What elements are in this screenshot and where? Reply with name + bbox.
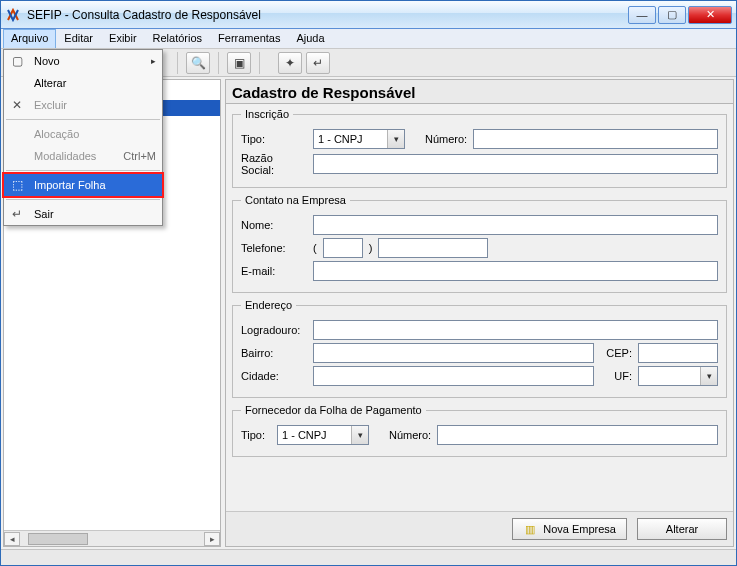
fieldset-contato: Contato na Empresa Nome: Telefone: ( ) E… (232, 194, 727, 293)
label-cep: CEP: (600, 347, 632, 359)
maximize-button[interactable]: ▢ (658, 6, 686, 24)
label-numero: Número: (425, 133, 467, 145)
app-icon (5, 7, 21, 23)
legend-contato: Contato na Empresa (241, 194, 350, 206)
form-title: Cadastro de Responsável (226, 80, 733, 104)
input-email[interactable] (313, 261, 718, 281)
menuitem-alocacao: Alocação (4, 123, 162, 145)
fieldset-inscricao: Inscrição Tipo: 1 - CNPJ ▾ Número: Razão… (232, 108, 727, 188)
legend-endereco: Endereço (241, 299, 296, 311)
menuitem-sair[interactable]: ↵ Sair (4, 203, 162, 225)
alterar-button[interactable]: Alterar (637, 518, 727, 540)
input-cep[interactable] (638, 343, 718, 363)
combo-uf[interactable]: ▾ (638, 366, 718, 386)
label-bairro: Bairro: (241, 347, 307, 359)
window-title: SEFIP - Consulta Cadastro de Responsável (27, 8, 628, 22)
statusbar (1, 549, 736, 565)
label-uf: UF: (600, 370, 632, 382)
label-numero-fornecedor: Número: (389, 429, 431, 441)
toolbar-separator (177, 52, 178, 74)
menu-separator (6, 119, 160, 120)
toolbar-exit-button[interactable]: ↵ (306, 52, 330, 74)
input-logradouro[interactable] (313, 320, 718, 340)
menu-exibir[interactable]: Exibir (101, 29, 145, 48)
menu-separator (6, 170, 160, 171)
scroll-track[interactable] (20, 532, 204, 546)
titlebar: SEFIP - Consulta Cadastro de Responsável… (1, 1, 736, 29)
input-numero-inscricao[interactable] (473, 129, 718, 149)
toolbar-separator (218, 52, 219, 74)
fieldset-fornecedor: Fornecedor da Folha de Pagamento Tipo: 1… (232, 404, 727, 457)
menu-ajuda[interactable]: Ajuda (288, 29, 332, 48)
input-razao-social[interactable] (313, 154, 718, 174)
label-telefone: Telefone: (241, 242, 307, 254)
exit-toolbar-icon: ↵ (313, 56, 323, 70)
input-bairro[interactable] (313, 343, 594, 363)
right-panel: Cadastro de Responsável Inscrição Tipo: … (225, 79, 734, 547)
building-icon: ▥ (523, 522, 537, 536)
chevron-down-icon: ▾ (351, 426, 368, 444)
label-cidade: Cidade: (241, 370, 307, 382)
input-nome[interactable] (313, 215, 718, 235)
menuitem-alterar[interactable]: Alterar (4, 72, 162, 94)
submenu-arrow-icon: ▸ (151, 56, 156, 66)
scroll-right-button[interactable]: ▸ (204, 532, 220, 546)
import-icon: ⬚ (8, 176, 26, 194)
chevron-down-icon: ▾ (387, 130, 404, 148)
menuitem-modalidades: Modalidades Ctrl+M (4, 145, 162, 167)
menu-relatorios[interactable]: Relatórios (145, 29, 211, 48)
new-icon: ▢ (8, 52, 26, 70)
toolbar-separator (259, 52, 260, 74)
label-razao-social: Razão Social: (241, 152, 307, 176)
menu-separator (6, 199, 160, 200)
label-tipo-fornecedor: Tipo: (241, 429, 271, 441)
input-numero-fornecedor[interactable] (437, 425, 718, 445)
fieldset-endereco: Endereço Logradouro: Bairro: CEP: Cidade… (232, 299, 727, 398)
footer-buttons: ▥ Nova Empresa Alterar (226, 511, 733, 546)
menu-ferramentas[interactable]: Ferramentas (210, 29, 288, 48)
app-window: SEFIP - Consulta Cadastro de Responsável… (0, 0, 737, 566)
dropdown-arquivo: ▢ Novo ▸ Alterar ✕ Excluir Alocação Moda… (3, 49, 163, 226)
input-cidade[interactable] (313, 366, 594, 386)
toolbar-cube-button[interactable]: ▣ (227, 52, 251, 74)
toolbar-binoculars-button[interactable]: 🔍 (186, 52, 210, 74)
menubar: Arquivo Editar Exibir Relatórios Ferrame… (1, 29, 736, 49)
scroll-left-button[interactable]: ◂ (4, 532, 20, 546)
label-nome: Nome: (241, 219, 307, 231)
form-body: Inscrição Tipo: 1 - CNPJ ▾ Número: Razão… (226, 104, 733, 511)
menuitem-novo[interactable]: ▢ Novo ▸ (4, 50, 162, 72)
menuitem-excluir: ✕ Excluir (4, 94, 162, 116)
sparkle-icon: ✦ (285, 56, 295, 70)
window-controls: — ▢ ✕ (628, 6, 732, 24)
toolbar-sparkle-button[interactable]: ✦ (278, 52, 302, 74)
minimize-button[interactable]: — (628, 6, 656, 24)
close-button[interactable]: ✕ (688, 6, 732, 24)
combo-tipo-inscricao[interactable]: 1 - CNPJ ▾ (313, 129, 405, 149)
delete-icon: ✕ (8, 96, 26, 114)
nova-empresa-button[interactable]: ▥ Nova Empresa (512, 518, 627, 540)
menuitem-importar-folha[interactable]: ⬚ Importar Folha (4, 174, 162, 196)
binoculars-icon: 🔍 (191, 56, 206, 70)
legend-fornecedor: Fornecedor da Folha de Pagamento (241, 404, 426, 416)
label-email: E-mail: (241, 265, 307, 277)
cube-icon: ▣ (234, 56, 245, 70)
label-tipo: Tipo: (241, 133, 307, 145)
exit-icon: ↵ (8, 205, 26, 223)
input-telefone-numero[interactable] (378, 238, 488, 258)
input-telefone-ddd[interactable] (323, 238, 363, 258)
chevron-down-icon: ▾ (700, 367, 717, 385)
label-logradouro: Logradouro: (241, 324, 307, 336)
scroll-thumb[interactable] (28, 533, 88, 545)
menu-arquivo[interactable]: Arquivo (3, 29, 56, 48)
combo-tipo-fornecedor[interactable]: 1 - CNPJ ▾ (277, 425, 369, 445)
horizontal-scrollbar[interactable]: ◂ ▸ (4, 530, 220, 546)
legend-inscricao: Inscrição (241, 108, 293, 120)
menu-editar[interactable]: Editar (56, 29, 101, 48)
